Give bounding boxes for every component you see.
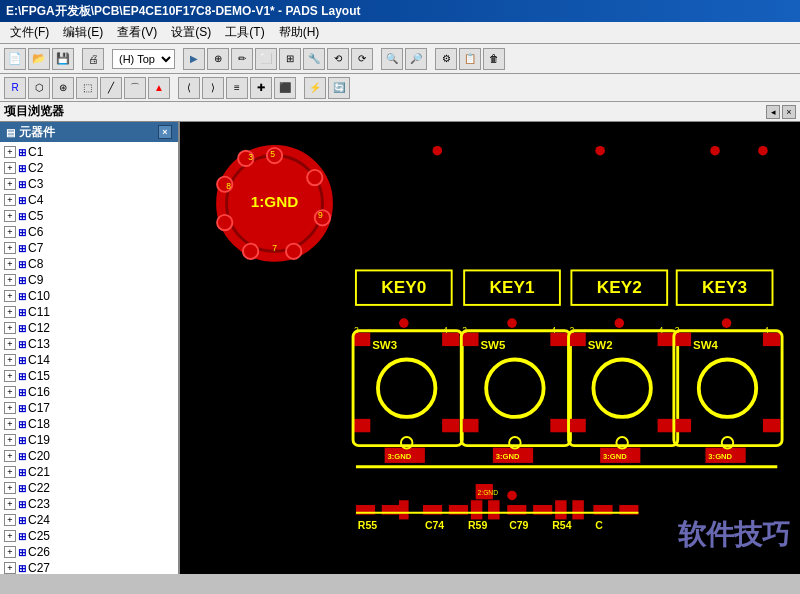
- expand-icon[interactable]: +: [4, 466, 16, 478]
- component-icon: ⊞: [18, 243, 26, 254]
- zoom-in-btn[interactable]: 🔍: [381, 48, 403, 70]
- menu-edit[interactable]: 编辑(E): [57, 22, 109, 43]
- sidebar-item-c24[interactable]: + ⊞ C24: [0, 512, 178, 528]
- expand-icon[interactable]: +: [4, 402, 16, 414]
- sidebar-item-c8[interactable]: + ⊞ C8: [0, 256, 178, 272]
- tb2-5[interactable]: ╱: [100, 77, 122, 99]
- menu-tools[interactable]: 工具(T): [219, 22, 270, 43]
- expand-icon[interactable]: +: [4, 194, 16, 206]
- tb2-11[interactable]: ✚: [250, 77, 272, 99]
- expand-icon[interactable]: +: [4, 274, 16, 286]
- menu-settings[interactable]: 设置(S): [165, 22, 217, 43]
- sidebar-item-c3[interactable]: + ⊞ C3: [0, 176, 178, 192]
- tb2-12[interactable]: ⬛: [274, 77, 296, 99]
- sidebar-item-c17[interactable]: + ⊞ C17: [0, 400, 178, 416]
- expand-icon[interactable]: +: [4, 226, 16, 238]
- sidebar-item-c4[interactable]: + ⊞ C4: [0, 192, 178, 208]
- expand-icon[interactable]: +: [4, 258, 16, 270]
- new-btn[interactable]: 📄: [4, 48, 26, 70]
- sidebar-item-c20[interactable]: + ⊞ C20: [0, 448, 178, 464]
- sidebar-item-c6[interactable]: + ⊞ C6: [0, 224, 178, 240]
- pcb-canvas[interactable]: 5 1:GND 7 8 9 3 KEY0 KEY1 KEY2 KEY3: [180, 122, 800, 574]
- expand-icon[interactable]: +: [4, 530, 16, 542]
- expand-icon[interactable]: +: [4, 450, 16, 462]
- tb2-14[interactable]: 🔄: [328, 77, 350, 99]
- tool-8[interactable]: ⟳: [351, 48, 373, 70]
- layer-select[interactable]: (H) Top: [112, 49, 175, 69]
- sidebar-item-c11[interactable]: + ⊞ C11: [0, 304, 178, 320]
- sidebar-close-btn[interactable]: ×: [158, 125, 172, 139]
- tool-2[interactable]: ⊕: [207, 48, 229, 70]
- expand-icon[interactable]: +: [4, 386, 16, 398]
- expand-icon[interactable]: +: [4, 306, 16, 318]
- sidebar-item-c2[interactable]: + ⊞ C2: [0, 160, 178, 176]
- svg-point-4: [307, 170, 322, 185]
- tool-11[interactable]: 🗑: [483, 48, 505, 70]
- expand-icon[interactable]: +: [4, 178, 16, 190]
- tool-9[interactable]: ⚙: [435, 48, 457, 70]
- sidebar-item-c21[interactable]: + ⊞ C21: [0, 464, 178, 480]
- tool-3[interactable]: ✏: [231, 48, 253, 70]
- expand-icon[interactable]: +: [4, 434, 16, 446]
- expand-icon[interactable]: +: [4, 242, 16, 254]
- expand-icon[interactable]: +: [4, 562, 16, 574]
- sidebar-item-c14[interactable]: + ⊞ C14: [0, 352, 178, 368]
- tool-1[interactable]: ▶: [183, 48, 205, 70]
- sidebar-item-c10[interactable]: + ⊞ C10: [0, 288, 178, 304]
- expand-icon[interactable]: +: [4, 322, 16, 334]
- tb2-13[interactable]: ⚡: [304, 77, 326, 99]
- component-icon: ⊞: [18, 275, 26, 286]
- sidebar-item-c27[interactable]: + ⊞ C27: [0, 560, 178, 574]
- tb2-1[interactable]: R: [4, 77, 26, 99]
- panel-close-btn[interactable]: ×: [782, 105, 796, 119]
- open-btn[interactable]: 📂: [28, 48, 50, 70]
- tool-5[interactable]: ⊞: [279, 48, 301, 70]
- tb2-7[interactable]: ▲: [148, 77, 170, 99]
- sidebar-item-c23[interactable]: + ⊞ C23: [0, 496, 178, 512]
- expand-icon[interactable]: +: [4, 210, 16, 222]
- sidebar-item-c15[interactable]: + ⊞ C15: [0, 368, 178, 384]
- sidebar-item-c18[interactable]: + ⊞ C18: [0, 416, 178, 432]
- sidebar-item-c9[interactable]: + ⊞ C9: [0, 272, 178, 288]
- menu-file[interactable]: 文件(F): [4, 22, 55, 43]
- zoom-out-btn[interactable]: 🔎: [405, 48, 427, 70]
- tool-6[interactable]: 🔧: [303, 48, 325, 70]
- tb2-10[interactable]: ≡: [226, 77, 248, 99]
- menu-view[interactable]: 查看(V): [111, 22, 163, 43]
- sidebar-item-c13[interactable]: + ⊞ C13: [0, 336, 178, 352]
- sidebar-item-c25[interactable]: + ⊞ C25: [0, 528, 178, 544]
- sidebar-item-c16[interactable]: + ⊞ C16: [0, 384, 178, 400]
- expand-icon[interactable]: +: [4, 162, 16, 174]
- tool-4[interactable]: ⬜: [255, 48, 277, 70]
- sidebar-item-c12[interactable]: + ⊞ C12: [0, 320, 178, 336]
- expand-icon[interactable]: +: [4, 146, 16, 158]
- expand-icon[interactable]: +: [4, 482, 16, 494]
- tb2-6[interactable]: ⌒: [124, 77, 146, 99]
- print-btn[interactable]: 🖨: [82, 48, 104, 70]
- sidebar-tree[interactable]: + ⊞ C1 + ⊞ C2 + ⊞ C3 + ⊞ C4 + ⊞ C5 + ⊞ C…: [0, 142, 178, 574]
- panel-pin-btn[interactable]: ◂: [766, 105, 780, 119]
- sidebar-item-c22[interactable]: + ⊞ C22: [0, 480, 178, 496]
- tb2-2[interactable]: ⬡: [28, 77, 50, 99]
- expand-icon[interactable]: +: [4, 290, 16, 302]
- save-btn[interactable]: 💾: [52, 48, 74, 70]
- sidebar-item-c26[interactable]: + ⊞ C26: [0, 544, 178, 560]
- tb2-3[interactable]: ⊛: [52, 77, 74, 99]
- tb2-4[interactable]: ⬚: [76, 77, 98, 99]
- sidebar-item-c7[interactable]: + ⊞ C7: [0, 240, 178, 256]
- expand-icon[interactable]: +: [4, 354, 16, 366]
- sidebar-item-c19[interactable]: + ⊞ C19: [0, 432, 178, 448]
- expand-icon[interactable]: +: [4, 514, 16, 526]
- tool-7[interactable]: ⟲: [327, 48, 349, 70]
- expand-icon[interactable]: +: [4, 498, 16, 510]
- sidebar-item-c5[interactable]: + ⊞ C5: [0, 208, 178, 224]
- tb2-9[interactable]: ⟩: [202, 77, 224, 99]
- menu-help[interactable]: 帮助(H): [273, 22, 326, 43]
- tb2-8[interactable]: ⟨: [178, 77, 200, 99]
- expand-icon[interactable]: +: [4, 338, 16, 350]
- sidebar-item-c1[interactable]: + ⊞ C1: [0, 144, 178, 160]
- expand-icon[interactable]: +: [4, 370, 16, 382]
- expand-icon[interactable]: +: [4, 418, 16, 430]
- tool-10[interactable]: 📋: [459, 48, 481, 70]
- expand-icon[interactable]: +: [4, 546, 16, 558]
